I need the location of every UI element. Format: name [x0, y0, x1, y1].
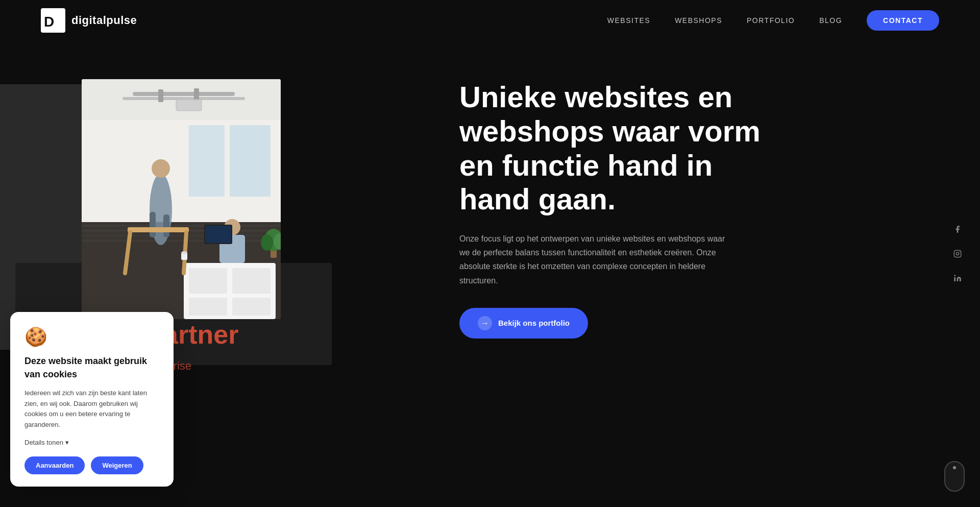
hero-office-photo — [82, 79, 281, 319]
logo[interactable]: D digitalpulse — [41, 8, 137, 33]
scroll-indicator — [944, 461, 965, 492]
arrow-icon: → — [478, 316, 492, 330]
portfolio-label: Bekijk ons portfolio — [498, 319, 570, 327]
svg-point-37 — [181, 251, 187, 254]
svg-point-42 — [954, 275, 955, 276]
svg-rect-6 — [194, 88, 199, 101]
nav-links: WEBSITES WEBSHOPS PORTFOLIO BLOG CONTACT — [607, 10, 939, 31]
partner-text: artner — [163, 319, 238, 350]
facebook-icon[interactable] — [950, 222, 965, 236]
svg-rect-9 — [230, 125, 271, 197]
office-illustration — [82, 79, 281, 319]
hero-title: Unieke websites en webshops waar vorm en… — [459, 80, 766, 216]
contact-button[interactable]: CONTACT — [867, 10, 939, 31]
hero-description: Onze focus ligt op het ontwerpen van uni… — [459, 232, 735, 287]
instagram-icon[interactable] — [950, 247, 965, 261]
cookie-icon: 🍪 — [24, 326, 159, 348]
svg-rect-23 — [150, 212, 156, 237]
hero-images: artner rprise — [41, 84, 398, 324]
cookie-title: Deze website maakt gebruik van cookies — [24, 355, 159, 380]
nav-webshops[interactable]: WEBSHOPS — [675, 16, 722, 25]
navbar: D digitalpulse WEBSITES WEBSHOPS PORTFOL… — [0, 0, 980, 41]
svg-rect-19 — [189, 298, 227, 316]
svg-rect-24 — [163, 214, 169, 237]
svg-rect-10 — [189, 125, 225, 197]
nav-websites[interactable]: WEBSITES — [607, 16, 650, 25]
hero-content: Unieke websites en webshops waar vorm en… — [398, 70, 939, 339]
cookie-details-toggle[interactable]: Details tonen ▾ — [24, 439, 159, 446]
nav-blog[interactable]: BLOG — [819, 16, 842, 25]
svg-rect-7 — [176, 100, 202, 111]
svg-rect-17 — [189, 268, 227, 294]
svg-point-34 — [261, 234, 273, 251]
svg-rect-41 — [954, 277, 955, 281]
accept-button[interactable]: Aanvaarden — [24, 456, 85, 474]
svg-text:D: D — [44, 14, 54, 30]
logo-text: digitalpulse — [71, 14, 137, 27]
details-label: Details tonen — [24, 439, 63, 446]
linkedin-icon[interactable] — [950, 271, 965, 285]
svg-rect-14 — [82, 235, 281, 236]
svg-rect-3 — [133, 92, 235, 96]
svg-rect-29 — [128, 227, 189, 232]
svg-point-40 — [959, 251, 960, 252]
svg-point-22 — [152, 159, 170, 178]
cookie-actions: Aanvaarden Weigeren — [24, 456, 159, 474]
cookie-text: Iedereen wil zich van zijn beste kant la… — [24, 388, 159, 430]
svg-rect-18 — [232, 268, 271, 294]
cookie-banner: 🍪 Deze website maakt gebruik van cookies… — [10, 312, 174, 487]
logo-icon: D — [41, 8, 65, 33]
portfolio-button[interactable]: → Bekijk ons portfolio — [459, 308, 588, 339]
details-arrow-icon: ▾ — [65, 439, 69, 446]
svg-rect-5 — [158, 89, 163, 102]
decline-button[interactable]: Weigeren — [91, 456, 143, 474]
svg-rect-15 — [82, 240, 281, 242]
svg-rect-38 — [954, 250, 961, 257]
nav-portfolio[interactable]: PORTFOLIO — [747, 16, 795, 25]
social-sidebar — [950, 222, 965, 285]
svg-rect-12 — [82, 225, 281, 227]
scroll-dot — [953, 466, 956, 469]
svg-rect-20 — [232, 298, 271, 316]
svg-point-39 — [956, 252, 959, 255]
hero-section: artner rprise Unieke websites en webshop… — [0, 41, 980, 347]
svg-rect-28 — [205, 226, 231, 243]
